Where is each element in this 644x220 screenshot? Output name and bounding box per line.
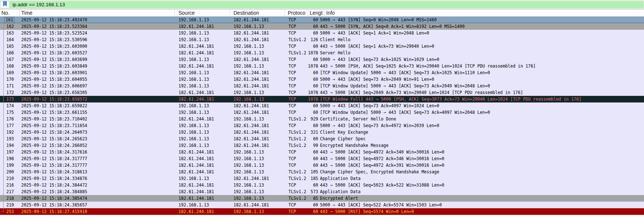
packet-destination: 182.61.244.181 [230, 142, 285, 149]
packet-row[interactable]: 1992025-09-12 15:18:24.317777182.61.244.… [0, 162, 644, 169]
column-header-info[interactable]: Info [324, 10, 644, 17]
packet-time: 2025-09-12 15:18:24.317616 [19, 149, 175, 155]
packet-row[interactable]: 1652025-09-12 15:18:23.603000182.61.244.… [0, 43, 644, 50]
packet-info: 5000 → 443 [ACK] Seq=73 Ack=4972 Win=203… [319, 122, 644, 129]
packet-protocol: TCP [285, 56, 308, 63]
packet-info: 443 → 5000 [PSH, ACK] Seq=1025 Ack=73 Wi… [319, 63, 644, 69]
packet-time: 2025-09-12 15:18:24.264073 [19, 129, 175, 136]
packet-info: 5000 → 443 [ACK] Seq=73 Ack=4097 Win=102… [319, 102, 644, 109]
packet-destination: 192.168.1.13 [230, 182, 285, 188]
packet-row[interactable]: 1942025-09-12 15:18:24.266052192.168.1.1… [0, 142, 644, 149]
packet-protocol: TCP [285, 63, 308, 69]
column-header-length[interactable]: Lengt [308, 10, 324, 17]
packet-row[interactable]: 1682025-09-12 15:18:23.603849182.61.244.… [0, 63, 644, 69]
packet-time: 2025-09-12 15:18:24.317777 [19, 162, 175, 169]
packet-row[interactable]: 1672025-09-12 15:18:23.603699192.168.1.1… [0, 56, 644, 63]
packet-source: 192.168.1.13 [175, 69, 230, 76]
packet-info: 5000 → 443 [ACK] Seq=73 Ack=1025 Win=102… [319, 56, 644, 63]
column-header-protocol[interactable]: Protoco [285, 10, 308, 17]
packet-protocol: TCP [285, 23, 308, 30]
packet-number: 199 [0, 162, 19, 169]
packet-destination: 182.61.244.181 [230, 109, 285, 116]
packet-row[interactable]: 1772025-09-12 15:18:23.711654192.168.1.1… [0, 122, 644, 129]
packet-row[interactable]: 1722025-09-12 15:18:23.658305182.61.244.… [0, 89, 644, 96]
packet-time: 2025-09-12 15:18:23.530596 [19, 36, 175, 43]
packet-destination: 182.61.244.181 [230, 129, 285, 136]
packet-row[interactable]: 2182025-09-12 15:18:24.385474182.61.244.… [0, 195, 644, 202]
packet-row[interactable]: 2192025-09-12 15:18:24.385657192.168.1.1… [0, 202, 644, 208]
column-header-time[interactable]: Time [19, 10, 175, 17]
column-header-no[interactable]: No. [0, 10, 19, 17]
packet-list[interactable]: 1612025-09-12 15:18:23.492470192.168.1.1… [0, 17, 644, 215]
packet-row[interactable]: 1732025-09-12 15:18:23.658572182.61.244.… [0, 96, 644, 102]
packet-protocol: TCP [285, 182, 308, 188]
packet-destination: 182.61.244.181 [230, 175, 285, 182]
packet-protocol: TCP [285, 149, 308, 155]
packet-info: 443 → 5000 [ACK] Seq=4972 Ack=391 Win=30… [319, 162, 644, 169]
packet-info: 443 → 5000 [ACK] Seq=4972 Ack=346 Win=30… [319, 155, 644, 162]
packet-row[interactable]: 1612025-09-12 15:18:23.492470192.168.1.1… [0, 17, 644, 23]
packet-info: 5000 → 443 [ACK] Seq=522 Ack=5574 Win=15… [319, 202, 644, 208]
packet-destination: 182.61.244.181 [230, 69, 285, 76]
packet-protocol: TCP [285, 89, 308, 96]
packet-destination: 192.168.1.13 [230, 162, 285, 169]
packet-source: 192.168.1.13 [175, 129, 230, 136]
packet-row[interactable]: 1712025-09-12 15:18:23.606697192.168.1.1… [0, 83, 644, 89]
packet-time: 2025-09-12 15:18:27.415910 [19, 208, 175, 215]
packet-time: 2025-09-12 15:18:24.384472 [19, 182, 175, 188]
packet-length: 60 [308, 56, 319, 63]
packet-row[interactable]: 1982025-09-12 15:18:24.317777182.61.244.… [0, 155, 644, 162]
packet-row[interactable]: 1922025-09-12 15:18:24.264073192.168.1.1… [0, 129, 644, 136]
packet-row[interactable]: 1972025-09-12 15:18:24.317616182.61.244.… [0, 149, 644, 155]
packet-time: 2025-09-12 15:18:23.603527 [19, 50, 175, 56]
packet-info: 443 → 5000 [RST] Seq=5574 Win=0 Len=0 [319, 208, 644, 215]
packet-protocol: TCP [285, 155, 308, 162]
packet-row[interactable]: 2102025-09-12 15:18:24.334876192.168.1.1… [0, 175, 644, 182]
column-header-source[interactable]: Source [175, 10, 230, 17]
packet-time: 2025-09-12 15:18:23.603699 [19, 56, 175, 63]
packet-time: 2025-09-12 15:18:23.658305 [19, 89, 175, 96]
packet-destination: 192.168.1.13 [230, 149, 285, 155]
filter-bookmark-button[interactable] [0, 1, 9, 8]
packet-row[interactable]: 2172025-09-12 15:18:24.384885182.61.244.… [0, 188, 644, 195]
packet-source: 182.61.244.181 [175, 50, 230, 56]
packet-protocol: TCP [285, 122, 308, 129]
packet-info: [TCP Window Update] 5000 → 443 [ACK] Seq… [319, 83, 644, 89]
packet-source: 182.61.244.181 [175, 149, 230, 155]
packet-info: 5000 → 443 [ACK] Seq=73 Ack=2049 Win=91 … [319, 76, 644, 83]
packet-row[interactable]: 1752025-09-12 15:18:23.661155192.168.1.1… [0, 109, 644, 116]
packet-time: 2025-09-12 15:18:24.385474 [19, 195, 175, 202]
packet-row[interactable]: 1642025-09-12 15:18:23.530596192.168.1.1… [0, 36, 644, 43]
display-filter-input[interactable]: ip.addr == 192.168.1.13 [10, 1, 644, 8]
packet-source: 192.168.1.13 [175, 83, 230, 89]
packet-row[interactable]: 1702025-09-12 15:18:23.604055192.168.1.1… [0, 76, 644, 83]
packet-source: 192.168.1.13 [175, 122, 230, 129]
packet-time: 2025-09-12 15:18:23.606697 [19, 83, 175, 89]
packet-source: 182.61.244.181 [175, 195, 230, 202]
packet-row[interactable]: 1742025-09-12 15:18:23.659822192.168.1.1… [0, 102, 644, 109]
packet-source: 182.61.244.181 [175, 169, 230, 175]
packet-row[interactable]: 2532025-09-12 15:18:27.415910182.61.244.… [0, 208, 644, 215]
packet-length: 60 [308, 109, 319, 116]
packet-destination: 182.61.244.181 [230, 36, 285, 43]
packet-time: 2025-09-12 15:18:24.334876 [19, 175, 175, 182]
packet-row[interactable]: 1692025-09-12 15:18:23.603901192.168.1.1… [0, 69, 644, 76]
packet-protocol: TLSv1.2 [285, 142, 308, 149]
packet-source: 192.168.1.13 [175, 17, 230, 23]
packet-length: 60 [308, 155, 319, 162]
packet-time: 2025-09-12 15:18:23.523524 [19, 30, 175, 36]
packet-row[interactable]: 1662025-09-12 15:18:23.603527182.61.244.… [0, 50, 644, 56]
packet-info: 5000 → 443 [ACK] Seq=1 Ack=1 Win=2048 Le… [319, 30, 644, 36]
packet-row[interactable]: 1932025-09-12 15:18:24.265623192.168.1.1… [0, 136, 644, 142]
column-header-destination[interactable]: Destination [230, 10, 285, 17]
packet-length: 60 [308, 69, 319, 76]
packet-row[interactable]: 1622025-09-12 15:18:23.523364182.61.244.… [0, 23, 644, 30]
packet-source: 182.61.244.181 [175, 23, 230, 30]
packet-row[interactable]: 2002025-09-12 15:18:24.318613182.61.244.… [0, 169, 644, 175]
packet-row[interactable]: 1632025-09-12 15:18:23.523524192.168.1.1… [0, 30, 644, 36]
packet-row[interactable]: 2162025-09-12 15:18:24.384472182.61.244.… [0, 182, 644, 188]
packet-row[interactable]: 1762025-09-12 15:18:23.710402182.61.244.… [0, 116, 644, 122]
packet-source: 182.61.244.181 [175, 96, 230, 102]
packet-destination: 182.61.244.181 [230, 136, 285, 142]
packet-source: 182.61.244.181 [175, 208, 230, 215]
